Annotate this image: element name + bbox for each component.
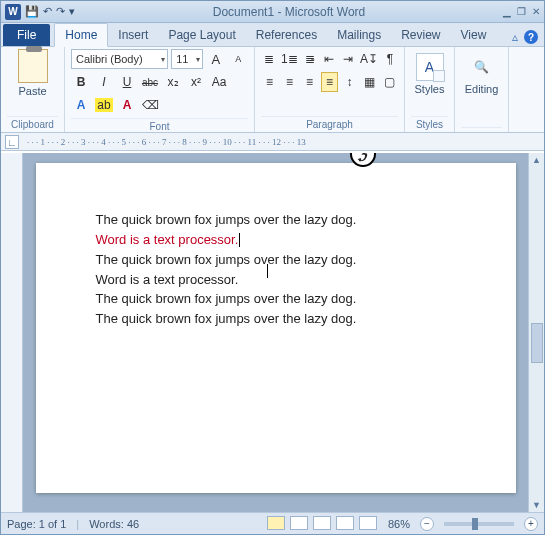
scroll-down-icon[interactable]: ▼ (532, 500, 541, 510)
workspace: ℨ The quick brown fox jumps over the laz… (1, 153, 544, 512)
highlight-button[interactable]: ab (94, 95, 114, 115)
font-size-select[interactable]: 11 (171, 49, 203, 69)
styles-button[interactable]: A Styles (411, 49, 448, 95)
align-center-button[interactable]: ≡ (281, 72, 298, 92)
shrink-font-button[interactable]: A (229, 49, 248, 69)
restore-button[interactable]: ❐ (517, 6, 526, 17)
italic-button[interactable]: I (94, 72, 114, 92)
text-effects-button[interactable]: A (71, 95, 91, 115)
scroll-thumb[interactable] (531, 323, 543, 363)
editing-group-label (461, 127, 502, 132)
tab-insert[interactable]: Insert (108, 24, 158, 46)
view-draft[interactable] (359, 516, 377, 530)
app-icon: W (5, 4, 21, 20)
line-spacing-button[interactable]: ↕ (341, 72, 358, 92)
ribbon-minimize-icon[interactable]: ▵ (512, 30, 518, 44)
status-words[interactable]: Words: 46 (89, 518, 139, 530)
align-justify-button[interactable]: ≡ (321, 72, 338, 92)
ruler-numbers: · · · 1 · · · 2 · · · 3 · · · 4 · · · 5 … (27, 137, 306, 147)
ribbon-tabs: File Home Insert Page Layout References … (1, 23, 544, 47)
change-case-button[interactable]: Aa (209, 72, 229, 92)
tab-references[interactable]: References (246, 24, 327, 46)
paste-label: Paste (18, 85, 46, 97)
align-right-button[interactable]: ≡ (301, 72, 318, 92)
document-line[interactable]: The quick brown fox jumps over the lazy … (96, 290, 456, 309)
styles-group-label: Styles (411, 116, 448, 132)
group-editing: Editing (455, 47, 509, 132)
document-line[interactable]: Word is a text processor. (96, 271, 456, 290)
underline-button[interactable]: U (117, 72, 137, 92)
paste-button[interactable]: Paste (7, 49, 58, 97)
minimize-button[interactable]: ▁ (503, 6, 511, 17)
zoom-level[interactable]: 86% (388, 518, 410, 530)
status-bar: Page: 1 of 1 | Words: 46 86% − + (1, 512, 544, 534)
view-web-layout[interactable] (313, 516, 331, 530)
bold-button[interactable]: B (71, 72, 91, 92)
tab-home[interactable]: Home (54, 23, 108, 47)
clipboard-group-label: Clipboard (7, 116, 58, 132)
zoom-slider[interactable] (444, 522, 514, 526)
group-clipboard: Paste Clipboard (1, 47, 65, 132)
zoom-out-button[interactable]: − (420, 517, 434, 531)
vertical-scrollbar[interactable]: ▲ ▼ (528, 153, 544, 512)
title-bar: W 💾 ↶ ↷ ▾ Document1 - Microsoft Word ▁ ❐… (1, 1, 544, 23)
vertical-ruler[interactable] (1, 153, 23, 512)
styles-label: Styles (415, 83, 445, 95)
document-line[interactable]: The quick brown fox jumps over the lazy … (96, 251, 456, 270)
document-area[interactable]: ℨ The quick brown fox jumps over the laz… (23, 153, 528, 512)
shading-button[interactable]: ▦ (361, 72, 378, 92)
view-outline[interactable] (336, 516, 354, 530)
tab-file[interactable]: File (3, 24, 50, 46)
zoom-in-button[interactable]: + (524, 517, 538, 531)
increase-indent-button[interactable]: ⇥ (340, 49, 356, 69)
editing-button[interactable]: Editing (461, 49, 502, 95)
status-page[interactable]: Page: 1 of 1 (7, 518, 66, 530)
tab-mailings[interactable]: Mailings (327, 24, 391, 46)
quick-access-toolbar: 💾 ↶ ↷ ▾ (25, 5, 75, 18)
caret-icon (239, 233, 240, 247)
sort-button[interactable]: A↧ (359, 49, 379, 69)
subscript-button[interactable]: x₂ (163, 72, 183, 92)
page[interactable]: ℨ The quick brown fox jumps over the laz… (36, 163, 516, 493)
ribbon: Paste Clipboard Calibri (Body) 11 A A B … (1, 47, 544, 133)
save-icon[interactable]: 💾 (25, 5, 39, 18)
group-font: Calibri (Body) 11 A A B I U abc x₂ x² Aa… (65, 47, 255, 132)
superscript-button[interactable]: x² (186, 72, 206, 92)
multilevel-button[interactable]: ≣̵ (302, 49, 318, 69)
redo-icon[interactable]: ↷ (56, 5, 65, 18)
grow-font-button[interactable]: A (206, 49, 225, 69)
paragraph-group-label: Paragraph (261, 116, 398, 132)
group-paragraph: ≣ 1≣ ≣̵ ⇤ ⇥ A↧ ¶ ≡ ≡ ≡ ≡ ↕ ▦ ▢ Paragraph (255, 47, 405, 132)
document-line[interactable]: The quick brown fox jumps over the lazy … (96, 211, 456, 230)
decrease-indent-button[interactable]: ⇤ (321, 49, 337, 69)
horizontal-ruler[interactable]: ∟ · · · 1 · · · 2 · · · 3 · · · 4 · · · … (1, 133, 544, 151)
show-marks-button[interactable]: ¶ (382, 49, 398, 69)
tab-page-layout[interactable]: Page Layout (158, 24, 245, 46)
find-icon (468, 53, 496, 81)
tab-view[interactable]: View (451, 24, 497, 46)
font-color-button[interactable]: A (117, 95, 137, 115)
align-left-button[interactable]: ≡ (261, 72, 278, 92)
tab-review[interactable]: Review (391, 24, 450, 46)
group-styles: A Styles Styles (405, 47, 455, 132)
numbering-button[interactable]: 1≣ (280, 49, 299, 69)
window-title: Document1 - Microsoft Word (75, 5, 503, 19)
undo-icon[interactable]: ↶ (43, 5, 52, 18)
strike-button[interactable]: abc (140, 72, 160, 92)
help-icon[interactable]: ? (524, 30, 538, 44)
editing-label: Editing (465, 83, 499, 95)
scroll-up-icon[interactable]: ▲ (532, 155, 541, 165)
font-group-label: Font (71, 118, 248, 134)
close-button[interactable]: ✕ (532, 6, 540, 17)
borders-button[interactable]: ▢ (381, 72, 398, 92)
view-print-layout[interactable] (267, 516, 285, 530)
clipboard-icon (18, 49, 48, 83)
clear-formatting-button[interactable]: ⌫ (140, 95, 160, 115)
tab-selector[interactable]: ∟ (5, 135, 19, 149)
document-line[interactable]: The quick brown fox jumps over the lazy … (96, 310, 456, 329)
view-full-screen[interactable] (290, 516, 308, 530)
view-buttons (266, 516, 378, 532)
font-name-select[interactable]: Calibri (Body) (71, 49, 168, 69)
bullets-button[interactable]: ≣ (261, 49, 277, 69)
document-line[interactable]: Word is a text processor. (96, 231, 456, 250)
